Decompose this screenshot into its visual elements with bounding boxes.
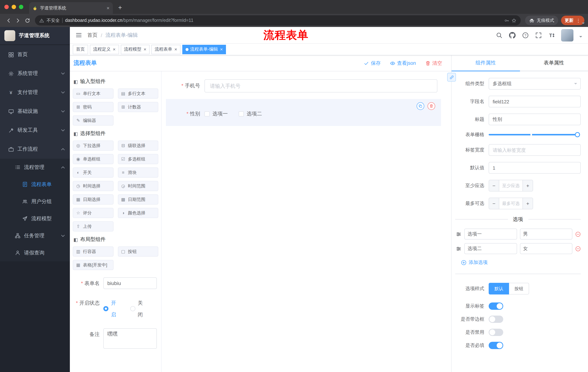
add-option-button[interactable]: 添加选项 [461, 259, 581, 266]
minimize-window-button[interactable] [12, 5, 16, 9]
drag-handle-icon[interactable] [456, 231, 461, 237]
remove-option-button[interactable] [575, 231, 581, 237]
canvas-field-gender[interactable]: 性别 选项一 选项二 [166, 99, 441, 126]
slider-handle[interactable] [575, 132, 580, 137]
font-size-icon[interactable]: T [548, 31, 555, 39]
option-value-input[interactable] [520, 243, 572, 254]
palette-item-rate[interactable]: ☆ 评分 [73, 208, 113, 218]
copy-field-button[interactable] [417, 102, 424, 110]
status-radio-off[interactable]: 关闭 [130, 297, 147, 320]
back-button[interactable] [4, 16, 13, 25]
github-icon[interactable] [509, 31, 516, 39]
canvas-field-phone[interactable]: 手机号 [166, 75, 441, 97]
toggle-switch[interactable] [489, 342, 503, 349]
address-bar[interactable]: 不安全 dashboard.yudao.iocoder.cn/bpm/manag… [35, 15, 521, 25]
close-window-button[interactable] [4, 5, 9, 9]
new-tab-button[interactable]: + [115, 2, 125, 13]
form-remark-textarea[interactable]: 嘿嘿 [103, 328, 157, 349]
canvas-checkbox-option[interactable]: 选项二 [239, 111, 262, 117]
palette-item-date[interactable]: ▦ 日期选择 [73, 194, 113, 205]
form-name-input[interactable] [103, 277, 157, 289]
palette-item-upload[interactable]: ⇧ 上传 [73, 221, 113, 232]
drag-handle-icon[interactable] [456, 246, 461, 251]
toggle-switch[interactable] [489, 329, 503, 336]
tab-component-props[interactable]: 组件属性 [452, 55, 520, 71]
close-icon[interactable]: × [113, 47, 116, 52]
phone-input[interactable] [204, 79, 437, 93]
palette-item-select[interactable]: ◎ 下拉选择 [73, 140, 113, 151]
palette-item-editor[interactable]: ✎ 编辑器 [73, 115, 113, 126]
sidebar-item-process-mgmt[interactable]: 流程管理 [0, 159, 70, 176]
decrease-button[interactable]: − [489, 180, 499, 191]
save-button[interactable]: 保存 [364, 60, 381, 66]
clear-button[interactable]: 清空 [425, 60, 442, 66]
palette-item-color[interactable]: ◑ 颜色选择 [118, 208, 158, 218]
toggle-switch[interactable] [489, 316, 503, 323]
link-icon[interactable] [447, 73, 456, 82]
sidebar-item-system[interactable]: 系统管理 [0, 64, 70, 83]
toggle-switch[interactable] [489, 302, 503, 310]
tab-close-icon[interactable]: × [107, 5, 110, 11]
remove-option-button[interactable] [575, 246, 581, 251]
palette-item-switch[interactable]: ◐ 开关 [73, 167, 113, 178]
sidebar-item-devtools[interactable]: 研发工具 [0, 121, 70, 140]
increase-button[interactable]: + [523, 198, 533, 209]
fullscreen-icon[interactable] [535, 31, 542, 39]
view-json-button[interactable]: 查看json [390, 60, 416, 66]
sidebar-item-leave-query[interactable]: 请假查询 [0, 244, 70, 261]
palette-item-single-text[interactable]: ▭ 单行文本 [73, 88, 113, 99]
view-tag[interactable]: 流程定义 × [90, 45, 119, 54]
palette-item-checkbox-group[interactable]: ☑ 多选框组 [118, 154, 158, 164]
component-type-select[interactable]: 多选框组 [489, 78, 581, 90]
title-input[interactable] [489, 114, 581, 125]
palette-item-slider[interactable]: ≡ 滑块 [118, 167, 158, 178]
checkbox-icon[interactable] [204, 111, 210, 117]
sidebar-item-infra[interactable]: 基础设施 [0, 102, 70, 121]
palette-item-password[interactable]: ⊠ 密码 [73, 102, 113, 112]
view-tag[interactable]: 流程模型 × [121, 45, 149, 54]
avatar-caret-icon[interactable] [579, 36, 582, 39]
palette-item-cascader[interactable]: ⊟ 级联选择 [118, 140, 158, 151]
close-icon[interactable]: × [144, 47, 146, 52]
hamburger-icon[interactable] [70, 27, 87, 43]
browser-update-button[interactable]: 更新 ⋮ [561, 16, 584, 25]
password-key-icon[interactable] [504, 18, 509, 23]
sidebar-item-task-mgmt[interactable]: 任务管理 [0, 227, 70, 244]
palette-item-row[interactable]: ▥ 行容器 [73, 246, 113, 257]
grid-slider[interactable] [489, 134, 578, 135]
view-tag[interactable]: 流程表单-编辑 × [182, 45, 226, 54]
default-value-input[interactable] [489, 162, 581, 174]
forward-button[interactable] [13, 16, 22, 25]
close-icon[interactable]: × [220, 47, 223, 52]
palette-item-date-range[interactable]: ▩ 日期范围 [118, 194, 158, 205]
bookmark-star-icon[interactable] [512, 18, 516, 23]
palette-item-multi-text[interactable]: ▤ 多行文本 [118, 88, 158, 99]
sidebar-item-home[interactable]: 首页 [0, 45, 70, 64]
sidebar-item-workflow[interactable]: 工作流程 [0, 140, 70, 159]
help-icon[interactable]: ? [522, 31, 529, 39]
canvas-checkbox-option[interactable]: 选项一 [204, 111, 228, 117]
option-label-input[interactable] [464, 229, 517, 240]
style-option-1[interactable]: 默认 [489, 283, 509, 295]
tab-form-props[interactable]: 表单属性 [520, 55, 588, 71]
close-icon[interactable]: × [174, 47, 177, 52]
sidebar-item-process-model[interactable]: 流程模型 [0, 210, 70, 227]
sidebar-logo-row[interactable]: 芋道管理系统 [0, 27, 70, 44]
browser-tab[interactable]: 芋道管理系统 × [29, 2, 113, 14]
breadcrumb-home[interactable]: 首页 [87, 32, 97, 38]
palette-item-time[interactable]: ◷ 时间选择 [73, 181, 113, 191]
status-radio-on[interactable]: 开启 [103, 297, 121, 320]
field-name-input[interactable] [489, 96, 581, 107]
palette-item-button[interactable]: ▢ 按钮 [118, 246, 158, 257]
sidebar-item-user-group[interactable]: 用户分组 [0, 193, 70, 210]
decrease-button[interactable]: − [489, 198, 499, 209]
option-label-input[interactable] [464, 243, 517, 254]
reload-button[interactable] [22, 16, 32, 25]
palette-item-counter[interactable]: ⊞ 计数器 [118, 102, 158, 112]
view-tag[interactable]: 首页 [73, 45, 88, 54]
delete-field-button[interactable] [428, 102, 435, 110]
browser-menu-icon[interactable]: ⋮ [576, 18, 581, 23]
palette-item-time-range[interactable]: ◶ 时间范围 [118, 181, 158, 191]
checkbox-icon[interactable] [239, 111, 244, 117]
increase-button[interactable]: + [523, 180, 533, 191]
